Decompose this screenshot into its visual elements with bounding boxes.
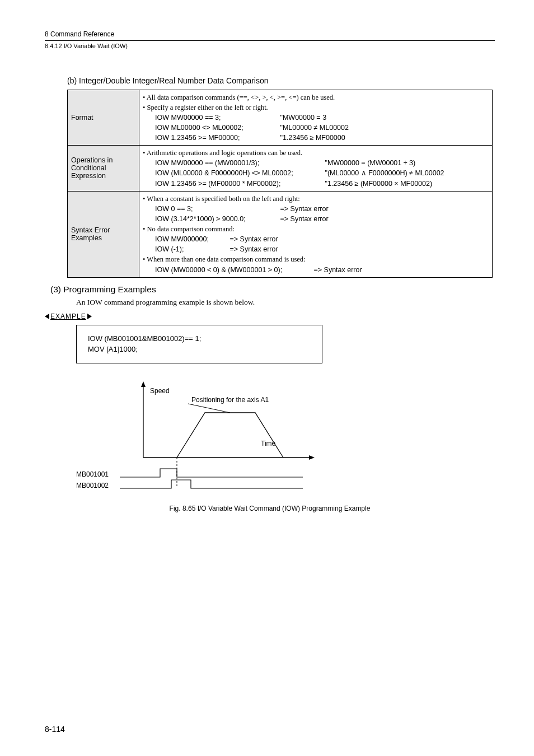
- comparison-table: Format • All data comparison commands (=…: [67, 90, 493, 278]
- code-right: => Syntax error: [229, 245, 278, 253]
- section-3-body: An IOW command programming example is sh…: [76, 298, 495, 307]
- code-line: IOW ML00000 <> ML00002; "ML00000 ≠ ML000…: [143, 123, 489, 133]
- mb001001-label: MB001001: [76, 470, 109, 478]
- figure-caption: Fig. 8.65 I/O Variable Wait Command (IOW…: [45, 505, 495, 512]
- code-right: "1.23456 ≥ (MF00000 × MF00002): [325, 180, 432, 188]
- code-right: "(ML00000 ∧ F0000000H) ≠ ML00002: [325, 169, 444, 177]
- example-label: EXAMPLE: [45, 312, 92, 320]
- row-content-format: • All data comparison commands (==, <>, …: [139, 90, 493, 146]
- text-line: • Arithmetic operations and logic operat…: [143, 148, 489, 158]
- code-line: IOW 1.23456 >= MF00000; "1.23456 ≥ MF000…: [143, 133, 489, 143]
- row-label-format: Format: [68, 90, 139, 146]
- code-line: IOW MW00000 == 3; "MW00000 = 3: [143, 113, 489, 123]
- code-right: "ML00000 ≠ ML00002: [280, 124, 349, 132]
- timing-diagram: Speed Positioning for the axis A1 Time M…: [76, 379, 345, 497]
- code-left: IOW (ML00000 & F0000000H) <> ML00002;: [155, 168, 323, 178]
- row-label-syntax-error: Syntax Error Examples: [68, 191, 139, 277]
- code-left: IOW (-1);: [155, 244, 228, 254]
- code-right: => Syntax error: [229, 235, 278, 243]
- svg-marker-1: [141, 381, 146, 387]
- code-left: IOW MW00000 == (MW00001/3);: [155, 158, 323, 168]
- row-content-operations: • Arithmetic operations and logic operat…: [139, 146, 493, 192]
- section-header: 8.4.12 I/O Variable Wait (IOW): [45, 40, 495, 49]
- code-right: => Syntax error: [280, 215, 328, 223]
- triangle-right-icon: [87, 314, 92, 319]
- code-left: IOW 0 == 3;: [155, 204, 278, 214]
- section-3-heading: (3) Programming Examples: [50, 284, 495, 295]
- table-row: Syntax Error Examples • When a constant …: [68, 191, 493, 277]
- code-right: => Syntax error: [313, 266, 362, 274]
- code-left: IOW MW00000 == 3;: [155, 113, 278, 123]
- text-line: • When more than one data comparison com…: [143, 254, 489, 264]
- chapter-header: 8 Command Reference: [45, 30, 495, 38]
- speed-label: Speed: [150, 387, 170, 395]
- positioning-label: Positioning for the axis A1: [191, 396, 269, 404]
- row-label-operations: Operations in Conditional Expression: [68, 146, 139, 192]
- code-left: IOW (3.14*2*1000) > 9000.0;: [155, 214, 278, 224]
- page-number: 8-114: [45, 725, 65, 734]
- code-box: IOW (MB001001&MB001002)== 1; MOV [A1]100…: [76, 325, 322, 363]
- code-line: IOW (MB001001&MB001002)== 1;: [88, 333, 311, 344]
- code-left: IOW 1.23456 >= MF00000;: [155, 133, 278, 143]
- text-line: • All data comparison commands (==, <>, …: [143, 92, 489, 102]
- table-row: Format • All data comparison commands (=…: [68, 90, 493, 146]
- code-line: IOW MW000000; => Syntax error: [143, 234, 489, 244]
- code-line: IOW (MW00000 < 0) & (MW000001 > 0); => S…: [143, 265, 489, 275]
- code-line: IOW (3.14*2*1000) > 9000.0; => Syntax er…: [143, 214, 489, 224]
- code-right: => Syntax error: [280, 205, 328, 213]
- time-label: Time: [261, 440, 275, 447]
- code-left: IOW ML00000 <> ML00002;: [155, 123, 278, 133]
- text-line: • Specify a register either on the left …: [143, 102, 489, 113]
- svg-line-4: [188, 404, 230, 413]
- code-line: IOW MW00000 == (MW00001/3); "MW00000 = (…: [143, 158, 489, 168]
- code-line: IOW 0 == 3; => Syntax error: [143, 204, 489, 214]
- code-line: IOW (ML00000 & F0000000H) <> ML00002; "(…: [143, 168, 489, 178]
- row-content-syntax-error: • When a constant is specified both on t…: [139, 191, 493, 277]
- code-left: IOW MW000000;: [155, 234, 228, 244]
- code-line: IOW 1.23456 >= (MF00000 * MF00002); "1.2…: [143, 179, 489, 189]
- code-right: "MW00000 = (MW00001 ÷ 3): [325, 159, 415, 167]
- text-line: • When a constant is specified both on t…: [143, 194, 489, 204]
- subheading-b: (b) Integer/Double Integer/Real Number D…: [67, 76, 495, 85]
- svg-marker-3: [309, 455, 315, 460]
- code-line: IOW (-1); => Syntax error: [143, 244, 489, 254]
- code-left: IOW 1.23456 >= (MF00000 * MF00002);: [155, 179, 323, 189]
- triangle-left-icon: [45, 314, 49, 319]
- code-right: "1.23456 ≥ MF00000: [280, 134, 345, 142]
- code-line: MOV [A1]1000;: [88, 344, 311, 355]
- code-left: IOW (MW00000 < 0) & (MW000001 > 0);: [155, 265, 312, 275]
- code-right: "MW00000 = 3: [280, 114, 326, 122]
- table-row: Operations in Conditional Expression • A…: [68, 146, 493, 192]
- example-text: EXAMPLE: [50, 312, 86, 320]
- mb001002-label: MB001002: [76, 482, 109, 489]
- text-line: • No data comparison command:: [143, 224, 489, 234]
